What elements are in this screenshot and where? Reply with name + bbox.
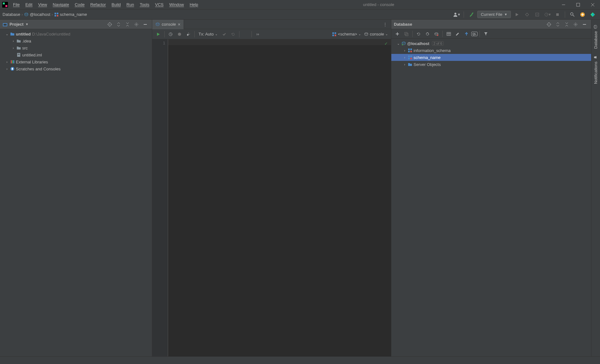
debug-button[interactable] <box>523 10 531 19</box>
expand-all-icon[interactable] <box>114 20 123 29</box>
run-button[interactable] <box>513 10 521 19</box>
hammer-icon[interactable] <box>467 10 475 19</box>
expand-all-icon[interactable] <box>554 20 562 29</box>
tree-iml[interactable]: untitled.iml <box>0 51 152 58</box>
project-panel: Project ▼ ⌄ untitled D:\JavaCode\untitle… <box>0 20 152 356</box>
minimize-button[interactable] <box>556 0 571 10</box>
rail-notifications-tab[interactable]: Notifications <box>592 53 599 87</box>
svg-rect-83 <box>408 55 410 57</box>
menu-help[interactable]: Help <box>187 0 201 9</box>
menu-code[interactable]: Code <box>72 0 88 9</box>
tx-mode-selector[interactable]: Tx: Auto⌄ <box>197 32 219 36</box>
menu-tools[interactable]: Tools <box>137 0 152 9</box>
db-info-schema-node[interactable]: › information_schema <box>391 47 591 54</box>
menu-build[interactable]: Build <box>109 0 124 9</box>
tab-console[interactable]: console × <box>152 20 184 29</box>
chevron-right-icon[interactable]: › <box>403 49 407 52</box>
wrench-icon[interactable] <box>184 30 192 38</box>
cancel-query-icon[interactable] <box>241 30 250 38</box>
navigate-icon[interactable] <box>462 30 471 38</box>
menu-view[interactable]: View <box>35 0 50 9</box>
hide-icon[interactable] <box>580 20 589 29</box>
close-button[interactable] <box>585 0 600 10</box>
svg-rect-80 <box>410 49 412 50</box>
statusbar <box>0 356 600 364</box>
chevron-right-icon[interactable]: › <box>11 39 15 43</box>
breadcrumb-database[interactable]: Database <box>3 12 20 17</box>
overflow-icon[interactable]: ›› <box>254 30 262 38</box>
menu-vcs[interactable]: VCS <box>152 0 166 9</box>
close-icon[interactable]: × <box>178 22 180 27</box>
menu-edit[interactable]: Edit <box>23 0 35 9</box>
filter-icon[interactable] <box>482 30 490 38</box>
rollback-icon[interactable] <box>229 30 237 38</box>
menu-run[interactable]: Run <box>124 0 137 9</box>
editor-body[interactable]: 1 ✓ <box>152 39 391 356</box>
run-config-selector[interactable]: Current File▼ <box>477 11 511 18</box>
chevron-right-icon[interactable]: › <box>403 63 407 66</box>
editor-toolbar: Tx: Auto⌄ ›› <schema>⌄ console⌄ <box>152 29 391 39</box>
explain-icon[interactable] <box>175 30 184 38</box>
menu-window[interactable]: Window <box>166 0 187 9</box>
gutter: 1 <box>152 39 168 356</box>
chevron-down-icon[interactable]: ⌄ <box>5 32 9 36</box>
history-icon[interactable] <box>166 30 175 38</box>
add-datasource-icon[interactable] <box>393 30 401 38</box>
chevron-right-icon[interactable]: › <box>5 67 9 71</box>
profile-button[interactable]: ▾ <box>543 10 551 19</box>
breadcrumb-host[interactable]: @localhost <box>24 12 50 17</box>
tab-options-icon[interactable]: ⋮ <box>381 20 389 29</box>
status-ok-icon[interactable]: ✓ <box>384 41 388 46</box>
search-icon[interactable] <box>568 10 577 19</box>
user-dropdown[interactable]: ▾ <box>452 10 460 19</box>
gear-icon[interactable] <box>571 20 580 29</box>
chevron-right-icon[interactable]: › <box>11 46 15 50</box>
ide-settings-icon[interactable] <box>578 10 587 19</box>
tree-scratches[interactable]: › Scratches and Consoles <box>0 65 152 72</box>
tab-label: console <box>162 22 176 27</box>
tree-idea[interactable]: › .idea <box>0 37 152 44</box>
coverage-button[interactable] <box>533 10 541 19</box>
menu-navigate[interactable]: Navigate <box>50 0 72 9</box>
code-area[interactable]: ✓ <box>168 39 391 356</box>
collapse-all-icon[interactable] <box>123 20 132 29</box>
ddl-icon[interactable]: QL <box>471 32 478 36</box>
chevron-down-icon[interactable]: ▼ <box>25 23 29 26</box>
breadcrumb-schema[interactable]: schema_name <box>54 12 87 17</box>
stop-sync-icon[interactable] <box>432 30 440 38</box>
tree-root[interactable]: ⌄ untitled D:\JavaCode\untitled <box>0 30 152 37</box>
chevron-down-icon[interactable]: ⌄ <box>396 42 400 45</box>
locate-icon[interactable] <box>106 20 114 29</box>
tree-external-libraries[interactable]: › External Libraries <box>0 58 152 65</box>
svg-line-24 <box>573 15 574 16</box>
edit-icon[interactable] <box>453 30 462 38</box>
svg-rect-22 <box>556 13 559 16</box>
gear-icon[interactable] <box>132 20 140 29</box>
sync-icon[interactable] <box>423 30 432 38</box>
navbar: Database › @localhost › schema_name ▾ Cu… <box>0 10 600 20</box>
breadcrumb: Database › @localhost › schema_name <box>1 12 87 17</box>
stop-button[interactable] <box>553 10 562 19</box>
refresh-icon[interactable] <box>414 30 423 38</box>
menu-refactor[interactable]: Refactor <box>88 0 109 9</box>
db-schema-name-node[interactable]: › schema_name <box>391 54 591 61</box>
menu-file[interactable]: File <box>10 0 23 9</box>
chevron-right-icon[interactable]: › <box>5 60 9 64</box>
tree-src[interactable]: › src <box>0 44 152 51</box>
svg-point-33 <box>109 24 110 25</box>
schema-selector[interactable]: <schema>⌄ <box>331 32 362 36</box>
maximize-button[interactable] <box>571 0 585 10</box>
commit-icon[interactable] <box>220 30 228 38</box>
hide-icon[interactable] <box>141 20 149 29</box>
collapse-all-icon[interactable] <box>563 20 571 29</box>
db-host-node[interactable]: ⌄ @localhost 2 of 6 <box>391 40 591 47</box>
jetbrains-icon[interactable] <box>589 10 597 19</box>
locate-icon[interactable] <box>545 20 553 29</box>
db-server-objects-node[interactable]: › Server Objects <box>391 61 591 68</box>
rail-database-tab[interactable]: Database <box>592 22 599 51</box>
execute-icon[interactable] <box>154 30 162 38</box>
table-view-icon[interactable] <box>445 30 453 38</box>
chevron-right-icon[interactable]: › <box>403 56 407 59</box>
duplicate-icon[interactable] <box>402 30 410 38</box>
session-selector[interactable]: console⌄ <box>363 32 389 36</box>
